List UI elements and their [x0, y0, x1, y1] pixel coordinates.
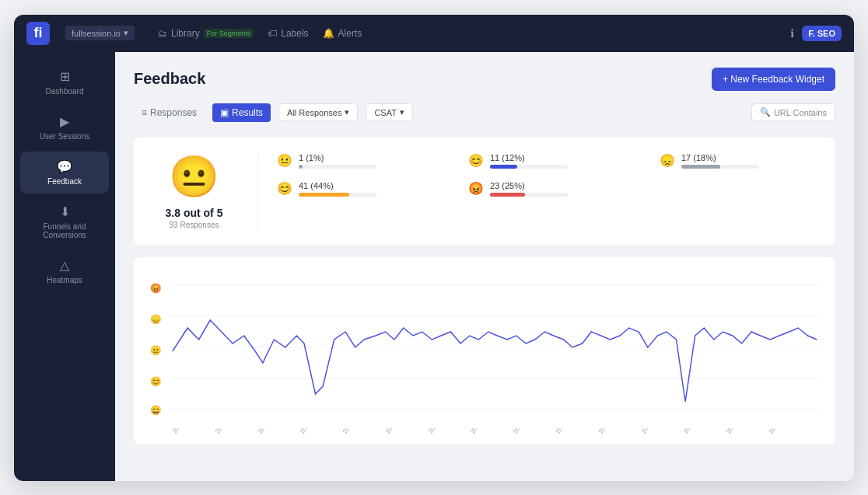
- rating-row-2: 😊 11 (12%): [468, 153, 628, 169]
- chevron-down-icon: ▾: [400, 107, 404, 117]
- chart-area: 😡 😞 😐 😊 😄 2021-12-05: [134, 257, 835, 444]
- rating-emoji-4: 😊: [277, 181, 292, 196]
- svg-text:😄: 😄: [150, 404, 162, 415]
- rating-info-3: 17 (18%): [681, 153, 820, 169]
- date-label: 2023-06-08: [725, 428, 747, 435]
- for-segments-badge: For Segments: [204, 29, 254, 38]
- rating-info-1: 1 (1%): [299, 153, 437, 169]
- line-chart: 😡 😞 😐 😊 😄: [146, 270, 823, 425]
- svg-text:😊: 😊: [150, 375, 162, 386]
- date-label: 2021-12-05: [171, 428, 193, 435]
- rating-bar-bg-4: [299, 193, 376, 197]
- rating-bar-bg-3: [681, 165, 759, 169]
- rating-bar-bg-5: [490, 193, 568, 197]
- ratings-grid: 😐 1 (1%) 😊 11 (12%): [277, 153, 820, 197]
- sidebar: ⊞ Dashboard ▶ User Sessions 💬 Feedback ⬇…: [14, 52, 115, 481]
- tab-responses[interactable]: ≡ Responses: [134, 103, 205, 122]
- date-label: 2022-05-13: [384, 428, 406, 435]
- alerts-icon: 🔔: [323, 28, 334, 39]
- stats-panel: 😐 3.8 out of 5 93 Responses 😐 1 (1%): [134, 138, 835, 245]
- sidebar-label-dashboard: Dashboard: [46, 87, 84, 96]
- url-search-box[interactable]: 🔍 URL Contains: [751, 103, 835, 121]
- date-label: 2022-10-11: [512, 428, 534, 435]
- responses-icon: ≡: [142, 107, 147, 118]
- date-label: 2022-02-08: [257, 428, 278, 435]
- logo-icon: fi: [26, 22, 50, 45]
- rating-row-1: 😐 1 (1%): [277, 153, 437, 169]
- library-icon: 🗂: [158, 28, 167, 39]
- chevron-down-icon: ▾: [124, 28, 128, 38]
- sidebar-item-heatmaps[interactable]: △ Heatmaps: [20, 250, 109, 292]
- date-label: 2023-03-01: [640, 428, 662, 435]
- sidebar-item-feedback[interactable]: 💬 Feedback: [20, 152, 109, 193]
- date-label: 2022-12-02: [555, 428, 576, 435]
- search-icon: 🔍: [760, 107, 771, 117]
- rating-row-4: 😊 41 (44%): [277, 181, 437, 197]
- workspace-label: fullsession.io: [72, 29, 121, 38]
- results-icon: ▣: [220, 107, 229, 118]
- date-label: 2022-03-10: [299, 428, 320, 435]
- rating-bar-fill-5: [490, 193, 525, 197]
- sidebar-item-funnels[interactable]: ⬇ Funnels and Conversions: [20, 197, 109, 247]
- info-icon[interactable]: ℹ: [790, 27, 794, 40]
- rating-label-2: 11 (12%): [490, 153, 628, 162]
- sidebar-label-feedback: Feedback: [47, 177, 82, 186]
- rating-info-5: 23 (25%): [490, 181, 628, 197]
- rating-label-1: 1 (1%): [299, 153, 437, 162]
- rating-bar-bg-2: [490, 165, 568, 169]
- rating-info-2: 11 (12%): [490, 153, 628, 169]
- sidebar-item-dashboard[interactable]: ⊞ Dashboard: [20, 61, 109, 103]
- sidebar-item-user-sessions[interactable]: ▶ User Sessions: [20, 106, 109, 148]
- tabs-row: ≡ Responses ▣ Results All Responses ▾ CS…: [134, 103, 835, 122]
- sidebar-label-heatmaps: Heatmaps: [47, 276, 82, 284]
- score-emoji: 😐: [169, 153, 219, 200]
- date-label: 2022-08-11: [469, 428, 491, 435]
- filter-all-responses[interactable]: All Responses ▾: [278, 103, 358, 121]
- nav-right: ℹ F. SEO: [790, 26, 842, 41]
- date-label: 2022-01-10: [214, 428, 236, 435]
- user-sessions-icon: ▶: [60, 114, 69, 129]
- nav-labels[interactable]: 🏷 Labels: [268, 28, 308, 39]
- rating-bar-bg-1: [299, 165, 376, 169]
- date-label: 2022-06-29: [427, 428, 449, 435]
- rating-emoji-1: 😐: [277, 153, 292, 168]
- rating-bar-fill-4: [299, 193, 349, 197]
- rating-bar-fill-1: [299, 165, 303, 169]
- tab-results[interactable]: ▣ Results: [212, 103, 271, 122]
- page-title: Feedback: [134, 70, 205, 88]
- rating-label-3: 17 (18%): [681, 153, 820, 162]
- heatmaps-icon: △: [60, 258, 69, 273]
- content-area: Feedback + New Feedback Widget ≡ Respons…: [115, 52, 854, 481]
- page-header: Feedback + New Feedback Widget: [134, 68, 835, 91]
- rating-label-5: 23 (25%): [490, 181, 628, 190]
- workspace-selector[interactable]: fullsession.io ▾: [65, 26, 135, 40]
- rating-bar-fill-2: [490, 165, 517, 169]
- chevron-down-icon: ▾: [345, 107, 349, 117]
- rating-info-4: 41 (44%): [299, 181, 437, 197]
- filter-csat[interactable]: CSAT ▾: [366, 103, 413, 121]
- rating-emoji-5: 😡: [468, 181, 484, 196]
- user-avatar[interactable]: F. SEO: [802, 26, 842, 41]
- funnels-icon: ⬇: [60, 204, 70, 219]
- sidebar-label-funnels: Funnels and Conversions: [26, 222, 103, 239]
- overall-score: 😐 3.8 out of 5 93 Responses: [149, 153, 258, 229]
- score-value: 3.8 out of 5: [166, 207, 223, 219]
- rating-emoji-3: 😞: [660, 153, 675, 168]
- sidebar-label-user-sessions: User Sessions: [40, 132, 89, 141]
- rating-emoji-2: 😊: [468, 153, 484, 168]
- date-label: 2022-04-14: [341, 428, 363, 435]
- nav-library[interactable]: 🗂 Library For Segments: [158, 28, 254, 39]
- nav-alerts[interactable]: 🔔 Alerts: [323, 28, 362, 39]
- svg-text:😞: 😞: [150, 313, 162, 324]
- feedback-icon: 💬: [57, 159, 72, 174]
- labels-icon: 🏷: [268, 28, 277, 39]
- svg-text:😐: 😐: [150, 344, 162, 355]
- top-nav: fi fullsession.io ▾ 🗂 Library For Segmen…: [14, 15, 854, 52]
- date-label: 2023-01-09: [597, 428, 619, 435]
- main-layout: ⊞ Dashboard ▶ User Sessions 💬 Feedback ⬇…: [14, 52, 854, 481]
- rating-label-4: 41 (44%): [299, 181, 437, 190]
- new-feedback-widget-button[interactable]: + New Feedback Widget: [712, 68, 835, 91]
- rating-bar-fill-3: [681, 165, 720, 169]
- nav-links: 🗂 Library For Segments 🏷 Labels 🔔 Alerts: [158, 28, 362, 39]
- rating-row-3: 😞 17 (18%): [660, 153, 820, 169]
